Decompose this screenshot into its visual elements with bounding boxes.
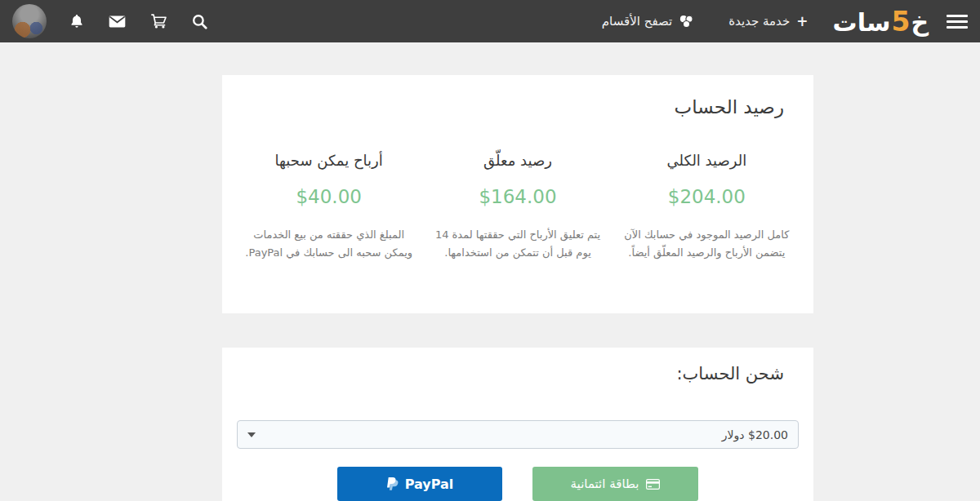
new-service-link[interactable]: + خدمة جديدة [728,13,808,29]
credit-card-icon [646,479,660,490]
account-balance-card: رصيد الحساب الرصيد الكلي $204.00 كامل ال… [222,75,813,313]
logo-five: 5 [891,8,910,35]
withdrawable-profits-amount: $40.00 [234,186,423,207]
charge-account-card: شحن الحساب: $20.00 دولار بطاقة ائتمانية [222,348,813,501]
paypal-icon [386,477,399,492]
hamburger-icon[interactable] [940,7,968,35]
paypal-button-label: PayPal [405,477,454,492]
balance-card-title: رصيد الحساب [222,75,813,117]
pending-balance-label: رصيد معلّق [423,152,612,169]
browse-categories-label: تصفح الأقسام [602,14,672,29]
top-navbar: خ 5 سات + خدمة جديدة تصفح الأقسام [0,0,980,42]
charge-card-title: شحن الحساب: [222,348,813,384]
mail-icon[interactable] [109,16,126,28]
pending-balance-amount: $164.00 [423,186,612,207]
charge-amount-value: $20.00 دولار [722,428,788,441]
balance-columns: الرصيد الكلي $204.00 كامل الرصيد الموجود… [222,152,813,263]
charge-buttons-row: بطاقة ائتمانية PayPal [222,467,813,501]
new-service-label: خدمة جديدة [728,14,790,29]
pending-balance-description: يتم تعليق الأرباح التي حققتها لمدة 14 يو… [431,226,604,263]
logo-text-kha: خ [911,11,929,35]
withdrawable-profits-description: المبلغ الذي حققته من بيع الخدمات ويمكن س… [243,226,416,263]
charge-amount-select[interactable]: $20.00 دولار [237,420,799,449]
caret-down-icon [247,432,256,437]
logo-text-rest: سات [832,11,890,35]
plus-icon: + [796,13,808,29]
khamsat-logo[interactable]: خ 5 سات [832,8,929,35]
total-balance-label: الرصيد الكلي [612,152,801,169]
browse-categories-link[interactable]: تصفح الأقسام [602,14,694,29]
pending-balance-column: رصيد معلّق $164.00 يتم تعليق الأرباح الت… [423,152,612,263]
withdrawable-profits-label: أرباح يمكن سحبها [234,152,423,169]
paypal-button[interactable]: PayPal [337,467,502,501]
total-balance-description: كامل الرصيد الموجود في حسابك الآن يتضمن … [620,226,793,263]
avatar[interactable] [12,4,47,38]
total-balance-amount: $204.00 [612,186,801,207]
bell-icon[interactable] [69,14,84,29]
credit-card-button-label: بطاقة ائتمانية [571,477,639,491]
search-icon[interactable] [192,14,207,29]
withdrawable-profits-column: أرباح يمكن سحبها $40.00 المبلغ الذي حققت… [234,152,423,263]
cart-icon[interactable] [150,14,167,29]
categories-icon [679,15,694,29]
credit-card-button[interactable]: بطاقة ائتمانية [532,467,698,501]
total-balance-column: الرصيد الكلي $204.00 كامل الرصيد الموجود… [612,152,801,263]
